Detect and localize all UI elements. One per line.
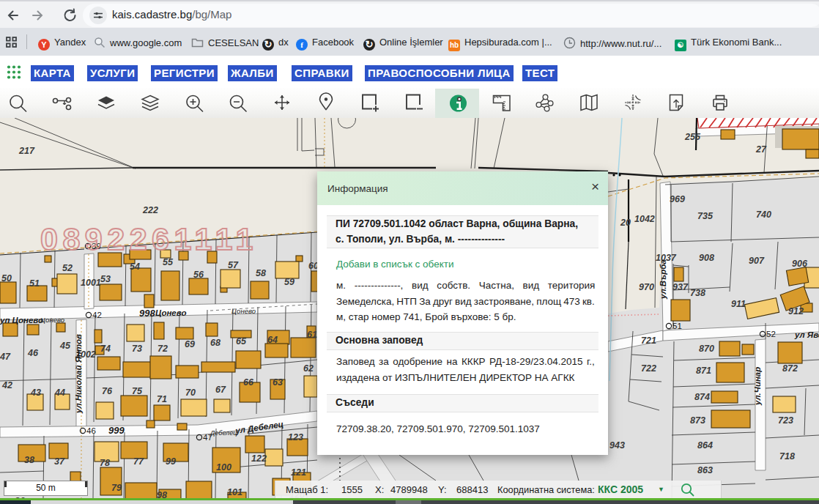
svg-text:62: 62 (303, 363, 314, 374)
svg-text:721: 721 (641, 336, 656, 346)
svg-text:47: 47 (203, 433, 212, 442)
svg-text:51: 51 (672, 322, 682, 330)
svg-text:ул.Николай Янтов: ул.Николай Янтов (74, 334, 83, 414)
svg-text:255: 255 (684, 132, 701, 142)
svg-text:59: 59 (284, 277, 294, 287)
svg-text:ул.Върба: ул.Върба (659, 259, 667, 300)
svg-text:999: 999 (108, 425, 125, 436)
svg-text:45: 45 (59, 341, 71, 351)
svg-text:969: 969 (670, 194, 685, 204)
svg-text:69: 69 (185, 339, 195, 349)
svg-text:52: 52 (766, 330, 776, 338)
svg-text:Дебелец: Дебелец (210, 429, 237, 437)
svg-text:74: 74 (100, 344, 111, 354)
svg-text:873: 873 (690, 415, 705, 426)
svg-text:37: 37 (54, 456, 65, 467)
svg-text:906: 906 (792, 259, 808, 269)
svg-text:68: 68 (210, 338, 220, 348)
svg-text:71: 71 (157, 394, 167, 404)
svg-text:58: 58 (256, 268, 266, 278)
svg-text:64: 64 (267, 335, 278, 345)
svg-text:57: 57 (228, 260, 239, 270)
svg-text:908: 908 (699, 253, 714, 263)
svg-text:77: 77 (133, 456, 144, 467)
svg-text:98: 98 (157, 490, 167, 498)
svg-text:217: 217 (18, 146, 35, 156)
svg-text:99: 99 (166, 456, 176, 467)
svg-text:937: 937 (672, 282, 689, 292)
svg-text:50: 50 (1, 273, 12, 284)
svg-text:56: 56 (193, 270, 204, 280)
svg-text:870: 870 (699, 344, 714, 354)
svg-text:1001: 1001 (81, 278, 101, 288)
svg-text:52: 52 (62, 263, 73, 273)
svg-text:76: 76 (102, 386, 113, 396)
svg-text:0892261111: 0892261111 (40, 221, 258, 256)
svg-text:66: 66 (243, 377, 254, 388)
svg-text:740: 740 (756, 210, 771, 220)
svg-text:63: 63 (273, 377, 283, 388)
svg-text:722: 722 (641, 363, 656, 374)
svg-text:863: 863 (697, 465, 713, 475)
svg-text:47: 47 (0, 352, 11, 362)
svg-text:1042: 1042 (634, 214, 655, 224)
svg-text:20: 20 (620, 218, 631, 228)
svg-text:72: 72 (158, 344, 168, 354)
svg-text:55: 55 (163, 257, 174, 267)
svg-text:864: 864 (697, 440, 713, 451)
svg-text:75: 75 (132, 386, 143, 396)
svg-text:907: 907 (749, 256, 765, 266)
svg-text:Цонево: Цонево (155, 308, 186, 317)
svg-text:27: 27 (755, 144, 767, 155)
svg-text:998: 998 (139, 308, 155, 319)
svg-text:735: 735 (697, 211, 714, 221)
svg-text:943: 943 (609, 440, 625, 451)
svg-text:871: 871 (696, 366, 711, 376)
svg-text:ул Явор: ул Явор (794, 330, 819, 339)
svg-text:78: 78 (100, 458, 110, 468)
svg-text:101: 101 (227, 487, 242, 497)
svg-text:122: 122 (251, 453, 267, 464)
svg-text:874: 874 (694, 392, 710, 402)
svg-text:73: 73 (132, 344, 142, 354)
svg-text:46: 46 (86, 426, 96, 435)
svg-text:718: 718 (779, 451, 795, 462)
svg-text:уп Цонево: уп Цонево (0, 316, 43, 325)
svg-text:54: 54 (130, 262, 140, 272)
svg-text:100: 100 (216, 462, 231, 472)
svg-text:51: 51 (29, 278, 40, 289)
svg-text:43: 43 (30, 388, 41, 398)
svg-text:46: 46 (27, 348, 39, 358)
svg-text:970: 970 (639, 282, 654, 292)
svg-text:738: 738 (690, 288, 705, 298)
svg-text:ул.Чинар: ул.Чинар (753, 367, 762, 406)
svg-text:911: 911 (731, 299, 746, 309)
svg-text:42: 42 (1, 380, 12, 390)
svg-text:222: 222 (142, 205, 158, 215)
svg-text:38: 38 (24, 455, 34, 465)
svg-text:123: 123 (288, 432, 303, 442)
svg-text:Цонево: Цонево (40, 316, 64, 324)
svg-text:70: 70 (185, 388, 196, 398)
svg-text:872: 872 (782, 363, 798, 374)
svg-text:44: 44 (54, 388, 65, 398)
svg-text:121: 121 (291, 467, 306, 478)
svg-text:67: 67 (215, 385, 226, 395)
svg-text:42: 42 (92, 311, 102, 319)
svg-text:723: 723 (778, 415, 793, 426)
svg-text:61: 61 (307, 330, 317, 340)
svg-text:53: 53 (100, 274, 111, 284)
svg-text:79: 79 (111, 483, 122, 493)
svg-text:912: 912 (788, 306, 804, 316)
svg-text:65: 65 (236, 336, 247, 346)
